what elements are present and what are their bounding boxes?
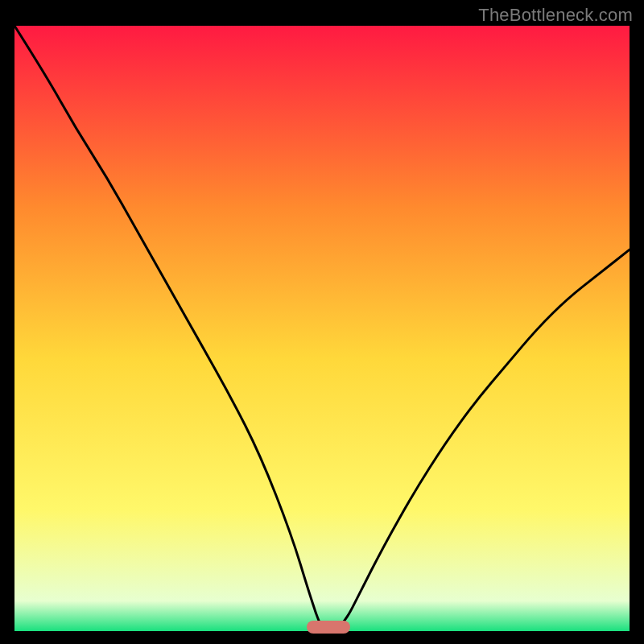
chart-frame: TheBottleneck.com bbox=[0, 0, 644, 644]
bottleneck-marker bbox=[307, 621, 350, 634]
bottleneck-plot bbox=[14, 26, 630, 631]
watermark-text: TheBottleneck.com bbox=[478, 5, 633, 26]
